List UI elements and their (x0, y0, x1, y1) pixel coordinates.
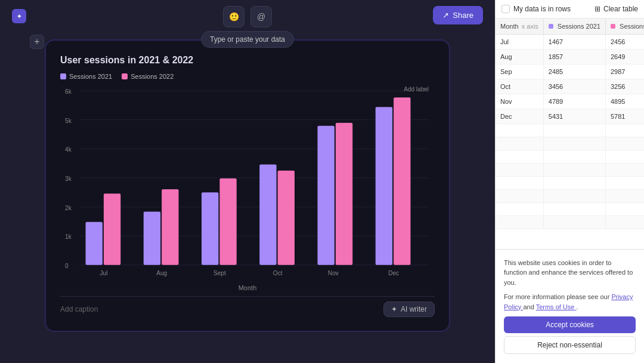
add-button[interactable]: + (30, 35, 44, 49)
svg-text:5k: 5k (65, 118, 72, 124)
svg-text:Nov: Nov (328, 270, 339, 276)
cell-empty (606, 124, 645, 137)
x-axis-title: Month (60, 284, 435, 291)
cell-empty (606, 190, 645, 203)
cell-empty (543, 164, 605, 177)
svg-text:1k: 1k (65, 233, 72, 240)
x-axis-tag: x axis (522, 23, 538, 30)
svg-text:4k: 4k (65, 146, 72, 153)
cell-empty (543, 203, 605, 216)
cell-empty (496, 190, 543, 203)
table-row-empty (496, 216, 644, 229)
svg-text:6k: 6k (65, 88, 72, 95)
bar-nov-2022 (336, 123, 352, 265)
table-row: Aug 1857 2649 (496, 50, 644, 64)
emoji-button[interactable]: 🙂 (223, 6, 244, 27)
accept-cookies-button[interactable]: Accept cookies (504, 316, 636, 333)
cell-empty (543, 216, 605, 229)
cell-empty (496, 203, 543, 216)
cell-empty (543, 150, 605, 164)
cell-empty (606, 137, 645, 150)
at-button[interactable]: @ (250, 6, 272, 27)
right-panel: My data is in rows ⊞ Clear table Month x… (495, 0, 644, 363)
chart-card: User sessions in 2021 & 2022 Sessions 20… (45, 39, 450, 332)
cell-empty (606, 177, 645, 190)
share-icon: ↗ (442, 11, 449, 20)
table-row: Dec 5431 5781 (496, 109, 644, 124)
cell-s2022: 4895 (606, 94, 645, 109)
table-row: Sep 2485 2987 (496, 64, 644, 79)
cell-month: Sep (496, 64, 543, 79)
table-icon: ⊞ (595, 5, 600, 13)
cell-month: Nov (496, 94, 543, 109)
my-data-checkbox[interactable]: My data is in rows (501, 5, 571, 13)
cell-s2021: 1467 (543, 35, 605, 50)
at-icon: @ (257, 12, 265, 21)
legend-label-2022: Sessions 2022 (131, 73, 174, 80)
svg-text:Jul: Jul (100, 270, 107, 276)
cell-s2022: 2649 (606, 50, 645, 64)
paste-tooltip: Type or paste your data (201, 31, 294, 48)
my-data-label: My data is in rows (513, 5, 571, 13)
clear-table-button[interactable]: ⊞ Clear table (595, 5, 638, 13)
col-indicator-purple (549, 24, 553, 29)
legend-dot-2022 (122, 73, 128, 79)
cookie-banner: This website uses cookies in order to fu… (496, 249, 644, 364)
bar-aug-2021 (144, 212, 160, 265)
cell-month: Dec (496, 109, 543, 124)
bar-nov-2021 (317, 126, 334, 265)
table-row-empty (496, 124, 644, 137)
chart-svg: 6k 5k 4k 3k 2k 1k 0 (60, 86, 435, 283)
chart-title: User sessions in 2021 & 2022 (60, 55, 435, 66)
cell-s2021: 4789 (543, 94, 605, 109)
cell-empty (496, 164, 543, 177)
plus-icon: + (34, 36, 39, 47)
left-panel: ✦ 🙂 @ ↗ Share + Type or paste your data … (0, 0, 495, 363)
col-header-month: Month x axis (496, 19, 543, 35)
cell-month: Oct (496, 79, 543, 94)
cell-empty (496, 137, 543, 150)
share-button[interactable]: ↗ Share (433, 6, 483, 24)
legend-dot-2021 (60, 73, 66, 79)
legend-label-2021: Sessions 2021 (69, 73, 112, 80)
cookie-more-text: For more information please see our Priv… (504, 292, 636, 312)
table-scroll-area[interactable]: Month x axis Sessions 2021 Sessions 202.… (496, 19, 644, 229)
cell-s2022: 2987 (606, 64, 645, 79)
chart-legend: Sessions 2021 Sessions 2022 (60, 73, 435, 80)
cell-month: Aug (496, 50, 543, 64)
table-row-empty (496, 150, 644, 164)
svg-text:Dec: Dec (388, 270, 399, 276)
emoji-icon: 🙂 (229, 12, 239, 21)
add-caption-text[interactable]: Add caption (60, 305, 98, 313)
table-row: Oct 3456 3256 (496, 79, 644, 94)
terms-of-use-link[interactable]: Terms of Use (536, 303, 577, 310)
data-table: Month x axis Sessions 2021 Sessions 202.… (496, 19, 644, 229)
bar-sep-2021 (202, 192, 218, 265)
bar-oct-2021 (259, 165, 276, 265)
reject-cookies-button[interactable]: Reject non-essential (504, 336, 636, 354)
table-body: Jul 1467 2456 Aug 1857 2649 Sep 2485 298… (496, 35, 644, 229)
cell-month: Jul (496, 35, 543, 50)
legend-item-2022: Sessions 2022 (122, 73, 174, 80)
checkbox-my-data[interactable] (501, 5, 510, 13)
bar-jul-2022 (104, 193, 120, 265)
table-row: Nov 4789 4895 (496, 94, 644, 109)
add-label-hint[interactable]: Add label (404, 86, 429, 93)
cell-empty (606, 164, 645, 177)
ai-writer-button[interactable]: ✦ AI writer (383, 302, 435, 317)
cell-empty (606, 216, 645, 229)
bar-sep-2022 (219, 179, 236, 265)
ai-writer-label: AI writer (401, 305, 427, 313)
cell-empty (606, 150, 645, 164)
legend-item-2021: Sessions 2021 (60, 73, 112, 80)
cell-empty (496, 124, 543, 137)
bar-jul-2021 (86, 222, 103, 265)
cell-s2021: 3456 (543, 79, 605, 94)
cell-s2022: 5781 (606, 109, 645, 124)
cell-s2021: 1857 (543, 50, 605, 64)
svg-text:3k: 3k (65, 176, 72, 182)
cell-empty (543, 124, 605, 137)
bar-dec-2021 (376, 107, 392, 264)
cell-empty (496, 216, 543, 229)
cell-empty (496, 177, 543, 190)
